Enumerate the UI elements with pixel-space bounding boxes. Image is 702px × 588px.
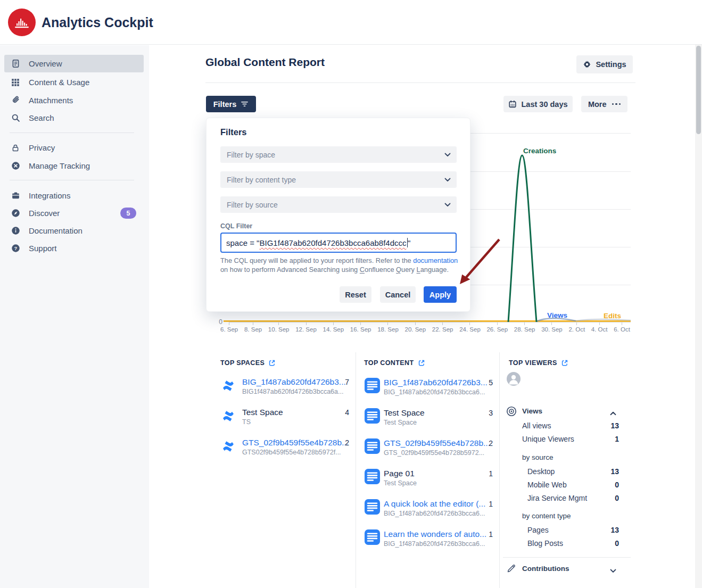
date-range-button[interactable]: Last 30 days (503, 96, 573, 112)
filters-button[interactable]: Filters (206, 96, 256, 112)
cql-value-token: BIG1f487ab620fd4726b3bcca6ab8f4dccc (259, 238, 406, 247)
sidebar-item-label: Integrations (29, 191, 70, 200)
sidebar: Overview Content & Usage Attachments Sea… (0, 45, 149, 588)
x-axis-tick: 16. Sep (350, 322, 371, 333)
scrollbar-thumb[interactable] (696, 46, 701, 134)
space-link[interactable]: Test Space (242, 407, 283, 417)
top-content-header: TOP CONTENT (364, 359, 425, 367)
question-icon: ? (11, 244, 20, 253)
views-section-title[interactable]: Views (522, 407, 542, 415)
filter-by-source-placeholder: Filter by source (227, 201, 278, 209)
sidebar-item-overview[interactable]: Overview (4, 55, 144, 72)
filter-lines-icon (241, 101, 249, 107)
top-spaces-header: TOP SPACES (220, 359, 276, 367)
contributions-section-title[interactable]: Contributions (522, 565, 569, 573)
stat-value: 0 (585, 539, 619, 548)
sidebar-item-integrations[interactable]: Integrations (4, 187, 144, 204)
helper-text-part: anguage. (420, 266, 449, 274)
app-logo (8, 9, 36, 36)
chevron-up-icon[interactable] (610, 408, 616, 418)
stat-label: Mobile Web (527, 481, 567, 489)
gear-icon (583, 60, 591, 69)
content-count: 1 (474, 530, 493, 539)
stat-value: 0 (585, 481, 619, 489)
chevron-down-icon (444, 178, 451, 182)
sidebar-item-documentation[interactable]: Documentation (4, 222, 144, 239)
helper-text-part: Q (396, 266, 401, 274)
content-link[interactable]: BIG_1f487ab620fd4726b3... (384, 377, 488, 387)
discover-count-badge: 5 (120, 208, 136, 219)
cql-filter-label: CQL Filter (220, 222, 252, 230)
confluence-space-icon (221, 440, 235, 453)
filter-by-source-select[interactable]: Filter by source (220, 196, 457, 213)
column-divider (356, 352, 356, 588)
sidebar-item-privacy[interactable]: Privacy (4, 139, 144, 156)
filters-button-label: Filters (213, 100, 237, 109)
filter-by-space-placeholder: Filter by space (227, 151, 275, 159)
apply-button[interactable]: Apply (424, 286, 457, 303)
content-count: 3 (474, 409, 493, 417)
scrollbar-track[interactable] (695, 45, 702, 588)
x-axis-tick: 26. Sep (486, 322, 508, 333)
sidebar-item-attachments[interactable]: Attachments (4, 92, 144, 109)
external-link-icon[interactable] (418, 359, 425, 367)
edits-series-label: Edits (604, 312, 621, 320)
content-link[interactable]: Page 01 (384, 468, 415, 478)
viewer-avatar[interactable] (507, 372, 521, 386)
confluence-space-icon (221, 379, 235, 393)
external-link-icon[interactable] (268, 359, 276, 367)
lock-icon (11, 143, 20, 153)
filter-by-content-type-select[interactable]: Filter by content type (220, 171, 457, 188)
x-axis-tick: 18. Sep (377, 322, 399, 333)
stat-label: Jira Service Mgmt (527, 494, 587, 502)
filter-by-content-type-placeholder: Filter by content type (227, 176, 296, 184)
sidebar-item-label: Manage Tracking (29, 161, 90, 170)
helper-text-part: L (417, 266, 420, 274)
sidebar-item-manage-tracking[interactable]: Manage Tracking (4, 157, 144, 175)
header-divider (205, 82, 635, 83)
content-space: BIG_1f487ab620fd4726b3bcca6... (384, 540, 485, 549)
x-axis-tick: 24. Sep (459, 322, 481, 333)
person-icon (507, 372, 521, 386)
content-link[interactable]: Learn the wonders of auto... (384, 529, 486, 539)
x-axis-tick: 6. Sep (220, 322, 238, 333)
settings-label: Settings (596, 60, 626, 69)
x-axis-tick: 14. Sep (323, 322, 344, 333)
chevron-down-icon[interactable] (610, 566, 616, 575)
x-axis-tick: 28. Sep (514, 322, 535, 333)
more-button[interactable]: More (581, 96, 627, 112)
settings-button[interactable]: Settings (576, 55, 633, 73)
page-icon (365, 529, 380, 547)
stat-value: 1 (585, 435, 619, 443)
cql-filter-input[interactable]: space = "BIG1f487ab620fd4726b3bcca6ab8f4… (220, 233, 457, 253)
stat-value: 13 (585, 467, 619, 476)
ellipsis-icon (612, 103, 621, 105)
sidebar-item-search[interactable]: Search (4, 109, 144, 127)
space-count: 4 (330, 408, 349, 417)
column-divider (499, 352, 500, 588)
page-icon (365, 408, 380, 426)
content-count: 2 (474, 439, 493, 448)
documentation-link[interactable]: documentation (413, 256, 458, 264)
content-space: BIG_1f487ab620fd4726b3bcca6... (384, 388, 485, 397)
stat-label: Desktop (527, 467, 555, 476)
by-content-type-group-label: by content type (522, 512, 571, 520)
content-count: 5 (474, 378, 493, 387)
content-link[interactable]: A quick look at the editor (... (384, 499, 485, 509)
helper-text-part: C (360, 266, 365, 274)
svg-text:?: ? (14, 245, 17, 251)
content-link[interactable]: Test Space (384, 408, 425, 418)
cancel-button[interactable]: Cancel (380, 286, 416, 303)
sidebar-item-support[interactable]: ? Support (4, 239, 144, 257)
filter-by-space-select[interactable]: Filter by space (220, 146, 457, 163)
external-link-icon[interactable] (561, 359, 568, 367)
sidebar-item-discover[interactable]: Discover 5 (4, 204, 144, 222)
sidebar-item-content-usage[interactable]: Content & Usage (4, 73, 144, 91)
reset-button[interactable]: Reset (340, 286, 371, 303)
x-axis-tick: 20. Sep (404, 322, 426, 333)
compass-icon (11, 209, 20, 218)
pencil-icon (507, 564, 516, 575)
section-divider (503, 557, 631, 558)
space-count: 2 (330, 438, 349, 447)
analytics-cockpit-app: Analytics Cockpit Overview Content & Usa… (0, 0, 702, 588)
